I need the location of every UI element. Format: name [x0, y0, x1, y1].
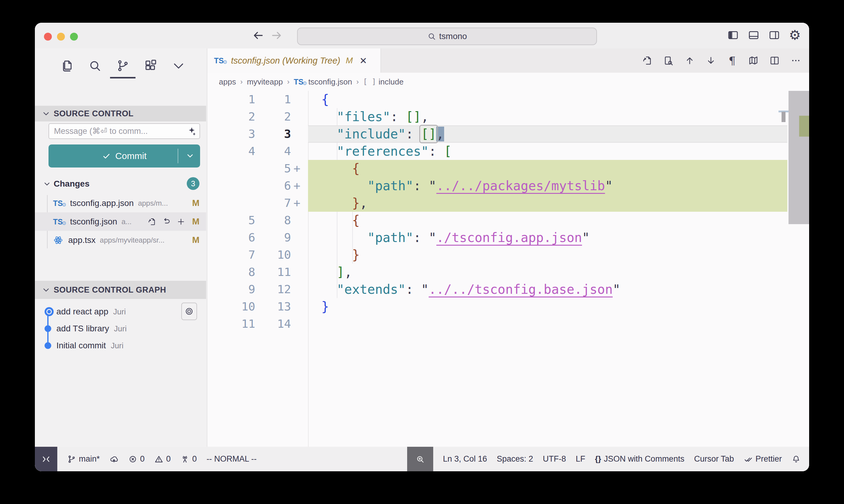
editor-area: TS⚙ tsconfig.json (Working Tree) M ✕ ¶ a…: [207, 49, 809, 447]
activity-bar-item-source-control[interactable]: [116, 58, 130, 73]
breadcrumb-item[interactable]: TS⚙tsconfig.json: [294, 77, 352, 87]
code-line[interactable]: 811 ],: [207, 264, 809, 281]
sparkle-icon[interactable]: [186, 126, 196, 136]
commit-row[interactable]: add react appJuri: [35, 303, 206, 320]
added-line-highlight: [308, 195, 787, 212]
close-window-button[interactable]: [44, 33, 52, 41]
split-editor-icon: [769, 55, 780, 66]
status-item-utf-8[interactable]: UTF-8: [543, 454, 566, 464]
modified-line-number: 14: [243, 315, 291, 332]
source-control-graph-title: SOURCE CONTROL GRAPH: [54, 285, 166, 295]
code-line[interactable]: 710 }: [207, 246, 809, 264]
next-change-icon: [705, 55, 717, 66]
layout-panel-button[interactable]: [747, 29, 760, 41]
status-item-cloud-upload[interactable]: [109, 455, 119, 464]
code-line[interactable]: 11{: [207, 91, 809, 108]
next-change-button[interactable]: [705, 55, 717, 67]
tab-tsconfig-working-tree[interactable]: TS⚙ tsconfig.json (Working Tree) M ✕: [207, 49, 381, 73]
status-item-cursor-tab[interactable]: Cursor Tab: [694, 454, 734, 464]
more-actions-button[interactable]: [790, 55, 802, 67]
layout-sidebar-left-icon: [727, 29, 739, 41]
code-line[interactable]: 6+ "path": "../../packages/mytslib": [207, 177, 809, 195]
code-line[interactable]: 1013}: [207, 298, 809, 315]
navigate-forward-button[interactable]: [270, 29, 284, 43]
stage-changes-icon[interactable]: [176, 217, 186, 226]
code-line[interactable]: 58 {: [207, 212, 809, 229]
goto-head-button[interactable]: [181, 303, 197, 320]
scm-file-row[interactable]: TS⚙tsconfig.app.jsonapps/m...M: [35, 194, 206, 212]
source-control-section-header[interactable]: SOURCE CONTROL: [35, 106, 206, 122]
minimize-window-button[interactable]: [57, 33, 65, 41]
status-item-ln-3-col-16[interactable]: Ln 3, Col 16: [443, 454, 487, 464]
navigate-back-button[interactable]: [252, 29, 265, 43]
status-item-branch[interactable]: main*: [67, 454, 100, 464]
code-line[interactable]: 7+ },: [207, 195, 809, 212]
activity-bar-item-search[interactable]: [88, 58, 102, 73]
status-bar: main*000-- NORMAL -- Ln 3, Col 16Spaces:…: [35, 447, 809, 471]
status-item-spaces-2[interactable]: Spaces: 2: [497, 454, 533, 464]
open-file-icon[interactable]: [147, 217, 156, 226]
open-file-icon: [642, 55, 653, 66]
modified-line-number: 4: [243, 143, 291, 160]
breadcrumb-item[interactable]: myviteapp: [247, 77, 283, 87]
changes-section-header[interactable]: Changes 3: [35, 176, 206, 192]
code-line[interactable]: 44 "references": [: [207, 143, 809, 160]
status-item--normal-[interactable]: -- NORMAL --: [206, 454, 257, 464]
code-token: [398, 109, 406, 124]
code-line[interactable]: 5+ {: [207, 160, 809, 177]
commit-row[interactable]: Initial commitJuri: [35, 337, 206, 354]
status-item-error[interactable]: 0: [128, 454, 144, 464]
bell-icon: [792, 455, 800, 464]
breadcrumb-item[interactable]: [ ]include: [363, 77, 403, 87]
check-icon: [102, 151, 111, 161]
layout-sidebar-left-button[interactable]: [727, 29, 739, 41]
layout-sidebar-right-button[interactable]: [768, 29, 781, 41]
status-item-bell[interactable]: [792, 455, 800, 464]
commit-dropdown-chevron-icon[interactable]: [186, 151, 195, 160]
code-token: [321, 230, 367, 245]
file-row-actions: [147, 217, 186, 226]
file-path: a...: [122, 217, 132, 226]
previous-change-button[interactable]: [684, 55, 696, 67]
close-tab-icon[interactable]: ✕: [360, 55, 367, 66]
diff-editor-content[interactable]: 11{22 "files": [],33 "include": [],44 "r…: [207, 91, 809, 447]
code-token: :: [413, 230, 421, 245]
source-control-graph-section-header[interactable]: SOURCE CONTROL GRAPH: [35, 281, 206, 299]
code-token: ../../packages/mytslib: [436, 178, 605, 193]
code-line[interactable]: 33 "include": [],: [207, 125, 809, 143]
search-icon: [88, 59, 102, 73]
code-line[interactable]: 912 "extends": "../../tsconfig.base.json…: [207, 281, 809, 298]
editor-scrollbar[interactable]: [789, 91, 809, 224]
code-line[interactable]: 1114: [207, 315, 809, 332]
commit-button[interactable]: Commit: [49, 144, 200, 167]
code-text: "references": [: [321, 143, 452, 160]
status-item-radio-tower[interactable]: 0: [180, 454, 197, 464]
discard-changes-icon[interactable]: [162, 217, 171, 226]
open-file-button[interactable]: [641, 55, 653, 67]
zoom-window-button[interactable]: [70, 33, 78, 41]
scm-file-row[interactable]: TS⚙tsconfig.jsona...M: [35, 212, 206, 231]
code-line[interactable]: 22 "files": [],: [207, 108, 809, 125]
split-editor-button[interactable]: [769, 55, 781, 67]
status-item-double-check[interactable]: Prettier: [744, 454, 782, 464]
map-button[interactable]: [747, 55, 759, 67]
commit-message-input[interactable]: [49, 127, 200, 136]
settings-gear-button[interactable]: ⚙: [789, 29, 801, 41]
status-item-zoom-box[interactable]: [407, 447, 433, 471]
modified-line-number: 2: [243, 108, 291, 125]
breadcrumb-item[interactable]: apps: [219, 77, 236, 87]
activity-bar-item-chevron-down[interactable]: [171, 58, 186, 73]
code-line[interactable]: 69 "path": "./tsconfig.app.json": [207, 229, 809, 246]
status-item-braces[interactable]: {}JSON with Comments: [595, 454, 685, 464]
command-center-search[interactable]: tsmono: [297, 28, 597, 45]
activity-bar-item-extensions[interactable]: [143, 58, 158, 73]
open-changes-button[interactable]: [662, 55, 674, 67]
status-item-lf[interactable]: LF: [576, 454, 585, 464]
modified-line-number: 5: [243, 160, 291, 177]
status-item-remote[interactable]: [35, 447, 57, 471]
scm-file-row[interactable]: app.tsxapps/myviteapp/sr...M: [35, 231, 206, 249]
activity-bar-item-explorer[interactable]: [60, 58, 74, 73]
commit-row[interactable]: add TS libraryJuri: [35, 320, 206, 337]
status-item-warning[interactable]: 0: [154, 454, 171, 464]
toggle-whitespace-button[interactable]: ¶: [726, 55, 738, 67]
